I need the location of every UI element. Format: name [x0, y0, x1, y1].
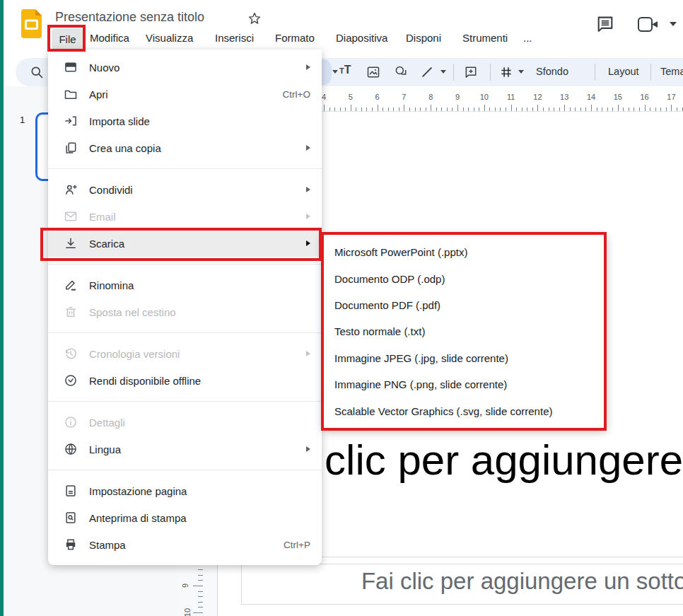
- line-caret-icon[interactable]: [440, 70, 446, 74]
- trash-icon: [64, 305, 78, 319]
- menu-item-rinomina[interactable]: Rinomina: [48, 272, 322, 298]
- menu-item-importa-slide[interactable]: Importa slide: [48, 107, 322, 134]
- ruler-tick: [198, 591, 203, 592]
- text-box-icon[interactable]: TT: [339, 64, 354, 78]
- ruler-tick: [198, 607, 203, 608]
- ruler-tick: [404, 105, 404, 111]
- download-submenu: Microsoft PowerPoint (.pptx) Documento O…: [322, 233, 607, 430]
- menu-item-nuovo[interactable]: Nuovo: [48, 54, 322, 81]
- left-edge-bar: [0, 0, 4, 616]
- ruler-tick: [324, 105, 325, 111]
- ruler-tick: [639, 107, 640, 111]
- ruler-tick: [495, 107, 496, 111]
- video-call-dropdown-caret[interactable]: [670, 22, 677, 26]
- ruler-tick: [198, 596, 203, 597]
- google-slides-window: Presentazione senza titolo File Modifica…: [0, 0, 683, 616]
- menu-item-condividi[interactable]: Condividi: [48, 176, 322, 203]
- tema-button[interactable]: Tema: [660, 66, 683, 77]
- menu-item-crea-una-copia[interactable]: Crea una copia: [48, 134, 322, 161]
- comments-icon[interactable]: [595, 14, 615, 34]
- ruler-tick: [388, 107, 389, 111]
- submenu-item-pptx[interactable]: Microsoft PowerPoint (.pptx): [322, 239, 607, 265]
- sfondo-button[interactable]: Sfondo: [536, 66, 568, 77]
- ruler-tick: [463, 107, 464, 111]
- menu-item-scarica[interactable]: Scarica: [48, 230, 322, 257]
- copy-icon: [64, 141, 78, 155]
- layout-button[interactable]: Layout: [608, 66, 639, 77]
- download-icon: [64, 236, 78, 250]
- ruler-number: 6: [375, 93, 380, 101]
- offline-check-icon: [64, 373, 78, 388]
- star-icon[interactable]: [247, 11, 262, 25]
- grid-caret-icon[interactable]: [518, 70, 524, 74]
- menu-item-stampa[interactable]: Stampa Ctrl+P: [48, 531, 322, 558]
- menubar-item-file[interactable]: File: [52, 28, 83, 50]
- menubar-item-formato[interactable]: Formato: [275, 32, 315, 44]
- menu-item-anteprima-di-stampa[interactable]: Anteprima di stampa: [48, 504, 322, 531]
- ruler-tick: [591, 105, 592, 111]
- zoom-caret-icon[interactable]: [332, 70, 338, 74]
- ruler-tick: [660, 107, 661, 111]
- menubar-item-visualizza[interactable]: Visualizza: [146, 32, 193, 44]
- subtitle-placeholder[interactable]: Fai clic per aggiungere un sottotitolo: [241, 569, 683, 594]
- ruler-tick: [597, 107, 597, 111]
- ruler-number: 16: [640, 93, 648, 101]
- ruler-tick: [409, 107, 410, 111]
- ruler-tick: [516, 107, 517, 111]
- ruler-tick: [441, 107, 442, 111]
- document-title[interactable]: Presentazione senza titolo: [55, 10, 204, 25]
- submenu-arrow-icon: [306, 351, 310, 356]
- menu-item-lingua[interactable]: Lingua: [48, 436, 322, 463]
- menu-item-rendi-disponibile-offline[interactable]: Rendi disponibile offline: [48, 367, 322, 394]
- ruler-tick: [399, 107, 399, 111]
- ruler-tick: [193, 612, 203, 613]
- ruler-tick: [543, 107, 544, 111]
- ruler-tick: [650, 107, 650, 111]
- menu-item-apri[interactable]: Apri Ctrl+O: [48, 81, 322, 107]
- submenu-item-png[interactable]: Immagine PNG (.png, slide corrente): [322, 371, 607, 397]
- submenu-item-odp[interactable]: Documento ODP (.odp): [322, 265, 607, 291]
- slides-logo-icon[interactable]: [20, 9, 43, 38]
- grid-icon[interactable]: [499, 65, 513, 79]
- ruler-tick: [559, 107, 560, 111]
- ruler-tick: [447, 107, 448, 111]
- menu-divider: [48, 168, 322, 169]
- image-icon[interactable]: [366, 65, 380, 79]
- video-call-icon[interactable]: [637, 16, 664, 33]
- line-icon[interactable]: [420, 65, 434, 79]
- menu-item-impostazione-pagina[interactable]: Impostazione pagina: [48, 477, 322, 504]
- submenu-arrow-icon: [306, 64, 310, 70]
- shape-icon[interactable]: [394, 65, 408, 79]
- ruler-tick: [479, 107, 479, 111]
- ruler-number: 8: [428, 93, 433, 101]
- print-preview-icon: [64, 511, 78, 525]
- submenu-item-jpeg[interactable]: Immagine JPEG (.jpg, slide corrente): [322, 345, 607, 371]
- shortcut: Ctrl+P: [284, 540, 310, 550]
- ruler-tick: [329, 107, 330, 111]
- ruler-tick: [198, 575, 203, 576]
- menubar-item-modifica[interactable]: Modifica: [90, 32, 129, 44]
- ruler-tick: [500, 107, 501, 111]
- search-icon[interactable]: [30, 65, 44, 79]
- menu-item-dettagli: Dettagli: [48, 409, 322, 436]
- menubar-item-strumenti[interactable]: Strumenti: [462, 32, 508, 44]
- submenu-item-pdf[interactable]: Documento PDF (.pdf): [322, 292, 607, 318]
- menubar-item-inserisci[interactable]: Inserisci: [215, 32, 254, 44]
- menubar-item-diapositiva[interactable]: Diapositiva: [336, 32, 387, 44]
- ruler-tick: [682, 107, 683, 111]
- slide-number: 1: [20, 115, 25, 125]
- ruler-tick: [570, 107, 571, 111]
- toolbar-separator: [650, 64, 651, 81]
- ruler-tick: [607, 107, 608, 111]
- ruler-tick: [198, 580, 203, 581]
- subtitle-placeholder-border-bottom: [241, 604, 683, 605]
- submenu-item-txt[interactable]: Testo normale (.txt): [322, 318, 607, 344]
- submenu-item-svg[interactable]: Scalable Vector Graphics (.svg, slide co…: [322, 397, 607, 424]
- menubar-item-more[interactable]: ...: [523, 32, 532, 44]
- ruler-tick: [655, 107, 656, 111]
- add-comment-icon[interactable]: [464, 65, 478, 79]
- menubar-item-disponi[interactable]: Disponi: [406, 32, 441, 44]
- ruler-number: 5: [349, 93, 353, 101]
- ruler-tick: [372, 107, 373, 111]
- ruler-tick: [602, 107, 602, 111]
